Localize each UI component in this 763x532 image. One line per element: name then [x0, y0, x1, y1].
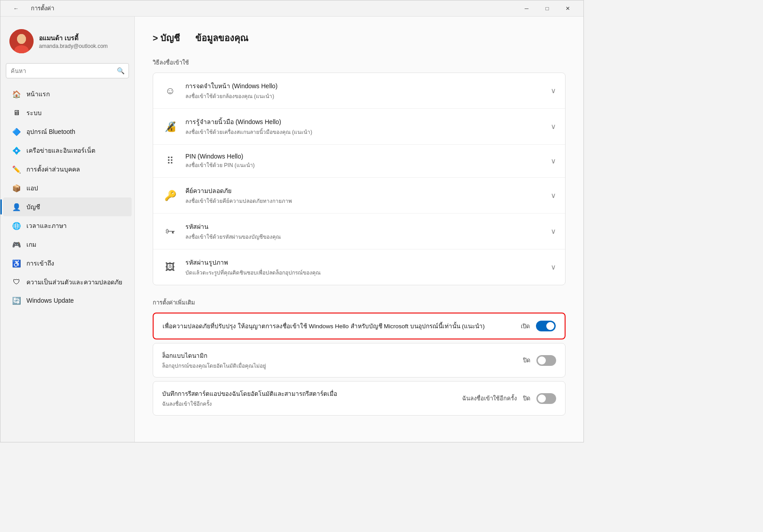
- sidebar-item-network[interactable]: 💠เครือข่ายและอินเทอร์เน็ต: [3, 141, 132, 160]
- face-desc: ลงชื่อเข้าใช้ด้วยกล้องของคุณ (แนะนำ): [185, 92, 544, 100]
- toggle-card-dynamic-lock: ล็อกแบบไดนามิกล็อกอุปกรณ์ของคุณโดยอัตโนม…: [153, 343, 566, 378]
- privacy-icon: 🛡: [12, 278, 21, 287]
- pin-title: PIN (Windows Hello): [185, 153, 544, 160]
- additional-section: การตั้งค่าเพิ่มเติม เพื่อความปลอดภัยที่ป…: [153, 298, 566, 419]
- profile-info: อแมนด้า เบรดี้ amanda.brady@outlook.com: [39, 33, 125, 49]
- nav-container: 🏠หน้าแรก🖥ระบบ🔷อุปกรณ์ Bluetooth💠เครือข่า…: [0, 85, 134, 309]
- key-text: คีย์ความปลอดภัยลงชื่อเข้าใช้ด้วยคีย์ความ…: [185, 186, 544, 205]
- pin-icon: ⠿: [162, 153, 178, 169]
- fingerprint-title: การรู้จำลายนิ้วมือ (Windows Hello): [185, 117, 544, 127]
- signin-option-fingerprint[interactable]: 🔏การรู้จำลายนิ้วมือ (Windows Hello)ลงชื่…: [153, 109, 565, 145]
- sidebar-item-home[interactable]: 🏠หน้าแรก: [3, 85, 132, 103]
- sidebar-item-time[interactable]: 🌐เวลาและภาษา: [3, 216, 132, 235]
- search-input[interactable]: [6, 63, 129, 78]
- windows-hello-require-toggle-pair: เปิด: [521, 321, 556, 331]
- sidebar-item-label-windows-update: Windows Update: [26, 297, 74, 304]
- face-title: การจดจำใบหน้า (Windows Hello): [185, 81, 544, 91]
- accounts-icon: 👤: [12, 202, 21, 211]
- fingerprint-chevron-icon: ∨: [551, 122, 556, 131]
- sidebar-item-label-apps: แอป: [26, 183, 38, 193]
- sidebar-item-label-accounts: บัญชี: [26, 202, 40, 212]
- bluetooth-icon: 🔷: [12, 127, 21, 136]
- sidebar-item-windows-update[interactable]: 🔄Windows Update: [3, 292, 132, 309]
- key-chevron-icon: ∨: [551, 191, 556, 200]
- sidebar-item-accounts[interactable]: 👤บัญชี: [3, 197, 132, 216]
- picture-icon: 🖼: [162, 259, 178, 275]
- dynamic-lock-toggle-knob: [538, 356, 546, 365]
- titlebar-left: ← การตั้งค่า: [6, 0, 54, 17]
- profile-email: amanda.brady@outlook.com: [39, 43, 125, 49]
- windows-hello-require-toggle-knob: [546, 322, 554, 330]
- dynamic-lock-title: ล็อกแบบไดนามิก: [162, 351, 518, 360]
- toggle-row-dynamic-lock: ล็อกแบบไดนามิกล็อกอุปกรณ์ของคุณโดยอัตโนม…: [153, 343, 565, 377]
- sidebar-item-gaming[interactable]: 🎮เกม: [3, 235, 132, 254]
- windows-hello-require-toggle-switch[interactable]: [536, 321, 556, 331]
- page-breadcrumb: > บัญชี ข้อมูลของคุณ: [153, 31, 566, 45]
- sidebar-item-privacy[interactable]: 🛡ความเป็นส่วนตัวและความปลอดภัย: [3, 273, 132, 292]
- toggle-rows: เพื่อความปลอดภัยที่ปรับปรุง ให้อนุญาตการ…: [153, 313, 566, 419]
- sidebar: อแมนด้า เบรดี้ amanda.brady@outlook.com …: [0, 17, 135, 442]
- password-text: รหัสผ่านลงชื่อเข้าใช้ด้วยรหัสผ่านของบัญช…: [185, 222, 544, 241]
- personalization-icon: ✏️: [12, 165, 21, 174]
- app-restart-text: บันทึกการรีสตาร์ตแอปของฉันโดยอัตโนมัติแล…: [162, 389, 457, 408]
- password-desc: ลงชื่อเข้าใช้ด้วยรหัสผ่านของบัญชีของคุณ: [185, 232, 544, 241]
- picture-text: รหัสผ่านรูปภาพบัดแล้วตะระรูปที่คุณคิดชิน…: [185, 257, 544, 277]
- system-icon: 🖥: [12, 108, 21, 117]
- password-icon: 🗝: [162, 223, 178, 240]
- key-icon: 🔑: [162, 188, 178, 204]
- windows-hello-require-text: เพื่อความปลอดภัยที่ปรับปรุง ให้อนุญาตการ…: [163, 321, 515, 331]
- settings-window: ← การตั้งค่า ─ □ ✕: [0, 0, 584, 442]
- sidebar-item-label-privacy: ความเป็นส่วนตัวและความปลอดภัย: [26, 277, 122, 287]
- search-icon: 🔍: [117, 67, 124, 74]
- sidebar-item-personalization[interactable]: ✏️การตั้งค่าส่วนบุคคล: [3, 160, 132, 179]
- sidebar-item-label-bluetooth: อุปกรณ์ Bluetooth: [26, 127, 75, 137]
- titlebar: ← การตั้งค่า ─ □ ✕: [0, 0, 583, 17]
- password-title: รหัสผ่าน: [185, 222, 544, 232]
- toggle-card-windows-hello-require: เพื่อความปลอดภัยที่ปรับปรุง ให้อนุญาตการ…: [153, 313, 566, 339]
- pin-text: PIN (Windows Hello)ลงชื่อเข้าใช้ด้วย PIN…: [185, 153, 544, 169]
- face-chevron-icon: ∨: [551, 86, 556, 95]
- app-restart-toggle-knob: [538, 395, 546, 403]
- picture-title: รหัสผ่านรูปภาพ: [185, 257, 544, 267]
- app-restart-toggle-switch[interactable]: [536, 393, 556, 404]
- signin-option-picture[interactable]: 🖼รหัสผ่านรูปภาพบัดแล้วตะระรูปที่คุณคิดชิ…: [153, 249, 565, 285]
- close-button[interactable]: ✕: [557, 0, 578, 17]
- app-restart-title: บันทึกการรีสตาร์ตแอปของฉันโดยอัตโนมัติแล…: [162, 389, 457, 399]
- dynamic-lock-toggle-pair: ปิด: [523, 355, 556, 366]
- sidebar-item-label-accessibility: การเข้าถึง: [26, 258, 54, 268]
- toggle-row-windows-hello-require: เพื่อความปลอดภัยที่ปรับปรุง ให้อนุญาตการ…: [154, 313, 565, 339]
- face-icon: ☺: [162, 83, 178, 99]
- sidebar-item-system[interactable]: 🖥ระบบ: [3, 103, 132, 122]
- time-icon: 🌐: [12, 221, 21, 230]
- minimize-button[interactable]: ─: [516, 0, 537, 17]
- signin-option-key[interactable]: 🔑คีย์ความปลอดภัยลงชื่อเข้าใช้ด้วยคีย์ควา…: [153, 178, 565, 214]
- dynamic-lock-text: ล็อกแบบไดนามิกล็อกอุปกรณ์ของคุณโดยอัตโนม…: [162, 351, 518, 370]
- windows-update-icon: 🔄: [12, 296, 21, 305]
- windows-hello-require-title: เพื่อความปลอดภัยที่ปรับปรุง ให้อนุญาตการ…: [163, 321, 515, 331]
- app-restart-desc: ฉันลงชื่อเข้าใช้อีกครั้ง: [162, 399, 457, 408]
- avatar: [9, 29, 34, 53]
- sidebar-item-accessibility[interactable]: ♿การเข้าถึง: [3, 254, 132, 273]
- pin-desc: ลงชื่อเข้าใช้ด้วย PIN (แนะนำ): [185, 161, 544, 169]
- key-title: คีย์ความปลอดภัย: [185, 186, 544, 196]
- password-chevron-icon: ∨: [551, 227, 556, 236]
- signin-option-password[interactable]: 🗝รหัสผ่านลงชื่อเข้าใช้ด้วยรหัสผ่านของบัญ…: [153, 214, 565, 249]
- app-restart-toggle-pair: ฉันลงชื่อเข้าใช้อีกครั้งปิด: [462, 393, 556, 404]
- signin-options-card: ☺การจดจำใบหน้า (Windows Hello)ลงชื่อเข้า…: [153, 73, 566, 285]
- dynamic-lock-toggle-switch[interactable]: [536, 355, 556, 366]
- signin-option-face[interactable]: ☺การจดจำใบหน้า (Windows Hello)ลงชื่อเข้า…: [153, 73, 565, 109]
- sidebar-item-bluetooth[interactable]: 🔷อุปกรณ์ Bluetooth: [3, 122, 132, 141]
- face-text: การจดจำใบหน้า (Windows Hello)ลงชื่อเข้าใ…: [185, 81, 544, 100]
- sidebar-item-apps[interactable]: 📦แอป: [3, 179, 132, 197]
- sidebar-item-label-gaming: เกม: [26, 240, 36, 249]
- signin-option-pin[interactable]: ⠿PIN (Windows Hello)ลงชื่อเข้าใช้ด้วย PI…: [153, 145, 565, 178]
- titlebar-controls: ─ □ ✕: [516, 0, 578, 17]
- apps-icon: 📦: [12, 184, 21, 193]
- pin-chevron-icon: ∨: [551, 157, 556, 165]
- back-button[interactable]: ←: [6, 0, 26, 17]
- additional-section-label: การตั้งค่าเพิ่มเติม: [153, 298, 566, 307]
- search-box: 🔍: [6, 63, 129, 78]
- home-icon: 🏠: [12, 90, 21, 99]
- maximize-button[interactable]: □: [537, 0, 557, 17]
- sidebar-item-label-system: ระบบ: [26, 108, 42, 118]
